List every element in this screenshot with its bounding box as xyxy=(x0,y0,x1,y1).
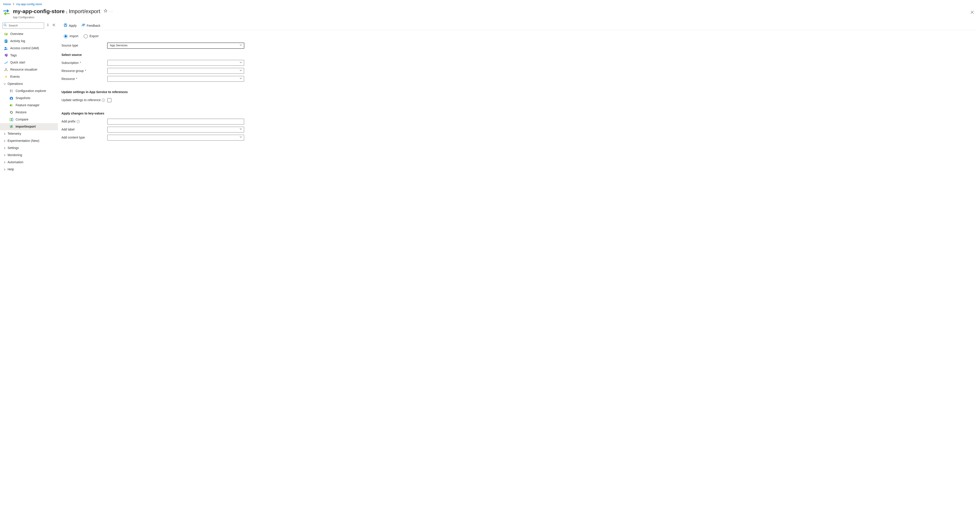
chevron-right-icon xyxy=(3,169,6,170)
feature-manager-icon xyxy=(10,103,13,107)
sidebar-item-label: Compare xyxy=(16,118,29,122)
subscription-select[interactable] xyxy=(107,60,244,66)
breadcrumb: Home my-app-config-store xyxy=(0,0,980,8)
breadcrumb-resource[interactable]: my-app-config-store xyxy=(16,2,42,6)
svg-point-19 xyxy=(10,91,11,92)
sidebar-item-compare[interactable]: Compare xyxy=(0,116,58,123)
sidebar-item-label: Feature manager xyxy=(16,103,40,108)
svg-rect-4 xyxy=(5,34,6,35)
apply-label: Apply xyxy=(69,24,76,28)
svg-rect-8 xyxy=(5,41,7,41)
sidebar-item-events[interactable]: Events xyxy=(0,73,58,80)
sidebar-item-restore[interactable]: Restore xyxy=(0,109,58,116)
sidebar-item-tags[interactable]: Tags xyxy=(0,52,58,59)
resource-group-select[interactable] xyxy=(107,68,244,74)
breadcrumb-home[interactable]: Home xyxy=(3,2,11,6)
search-icon xyxy=(3,23,7,28)
svg-line-1 xyxy=(6,25,7,26)
sidebar-item-label: Settings xyxy=(8,146,19,150)
svg-point-25 xyxy=(11,105,13,106)
svg-rect-18 xyxy=(11,90,13,91)
activity-log-icon xyxy=(4,40,8,43)
feedback-icon xyxy=(81,23,85,28)
import-radio[interactable]: Import xyxy=(64,34,78,38)
sidebar-group-settings[interactable]: Settings xyxy=(0,145,58,152)
sidebar-group-help[interactable]: Help xyxy=(0,166,58,173)
sidebar-item-label: Access control (IAM) xyxy=(10,46,39,51)
resource-title: my-app-config-store xyxy=(13,8,65,14)
sidebar-item-access-control[interactable]: Access control (IAM) xyxy=(0,45,58,52)
sidebar-item-quick-start[interactable]: Quick start xyxy=(0,59,58,66)
import-export-icon xyxy=(10,125,13,129)
svg-rect-9 xyxy=(5,41,6,42)
sort-icon[interactable] xyxy=(46,22,50,29)
add-content-type-select[interactable] xyxy=(107,135,244,140)
svg-point-14 xyxy=(6,68,6,69)
info-icon[interactable]: i xyxy=(76,120,80,123)
sidebar-group-operations[interactable]: Operations xyxy=(0,80,58,87)
configuration-explorer-icon xyxy=(10,89,13,93)
favorite-star-icon[interactable] xyxy=(104,9,107,14)
update-settings-heading: Update settings in App Service to refere… xyxy=(62,90,977,94)
page-title: Import/export xyxy=(69,8,100,14)
apply-button[interactable]: Apply xyxy=(64,23,76,28)
sidebar-search[interactable] xyxy=(2,22,44,29)
chevron-right-icon xyxy=(3,140,6,142)
toolbar: Apply Feedback xyxy=(62,22,977,30)
sidebar-item-label: Automation xyxy=(8,160,23,165)
source-type-select[interactable]: App Services xyxy=(107,43,244,49)
chevron-down-icon xyxy=(239,135,242,140)
sidebar-item-activity-log[interactable]: Activity log xyxy=(0,38,58,45)
svg-point-17 xyxy=(10,89,11,91)
source-type-value: App Services xyxy=(110,43,127,48)
feedback-button[interactable]: Feedback xyxy=(81,23,100,28)
svg-rect-29 xyxy=(65,24,66,25)
source-type-label: Source type xyxy=(62,43,107,48)
sidebar-item-label: Help xyxy=(8,167,14,172)
save-icon xyxy=(64,23,67,28)
sidebar-search-input[interactable] xyxy=(2,22,44,29)
chevron-down-icon xyxy=(239,61,242,65)
sidebar-item-label: Events xyxy=(10,75,20,79)
tags-icon xyxy=(4,54,8,57)
sidebar-item-label: Tags xyxy=(10,53,17,58)
sidebar: Overview Activity log Access control (IA… xyxy=(0,22,58,178)
close-blade-button[interactable] xyxy=(969,8,975,17)
sidebar-item-configuration-explorer[interactable]: Configuration explorer xyxy=(0,87,58,95)
radio-selected-icon xyxy=(64,34,68,38)
sidebar-item-resource-visualizer[interactable]: Resource visualizer xyxy=(0,66,58,73)
add-label-select[interactable] xyxy=(107,127,244,132)
svg-rect-20 xyxy=(11,92,13,92)
chevron-right-icon xyxy=(3,154,6,156)
add-prefix-label: Add prefix xyxy=(62,119,75,124)
svg-point-12 xyxy=(6,54,7,55)
sidebar-item-snapshots[interactable]: Snapshots xyxy=(0,95,58,102)
chevron-right-icon xyxy=(3,147,6,149)
update-settings-checkbox[interactable] xyxy=(107,98,111,102)
sidebar-item-import-export[interactable]: Import/export xyxy=(0,123,58,130)
sidebar-item-overview[interactable]: Overview xyxy=(0,30,58,38)
export-radio[interactable]: Export xyxy=(84,34,99,38)
add-prefix-input[interactable] xyxy=(107,119,244,124)
sidebar-group-experimentation[interactable]: Experimentation (New) xyxy=(0,137,58,145)
chevron-right-icon xyxy=(13,2,14,6)
more-actions-icon[interactable]: ··· xyxy=(110,10,113,13)
sidebar-group-telemetry[interactable]: Telemetry xyxy=(0,130,58,137)
restore-icon xyxy=(10,111,13,114)
events-icon xyxy=(4,75,8,79)
svg-point-5 xyxy=(7,34,7,35)
overview-icon xyxy=(4,32,8,36)
svg-rect-7 xyxy=(5,40,7,41)
sidebar-group-automation[interactable]: Automation xyxy=(0,159,58,166)
sidebar-item-label: Telemetry xyxy=(8,132,21,136)
radio-unselected-icon xyxy=(84,34,88,38)
required-indicator: * xyxy=(85,69,86,73)
feedback-label: Feedback xyxy=(87,24,100,28)
add-content-type-label: Add content type xyxy=(62,135,85,140)
collapse-sidebar-icon[interactable] xyxy=(52,22,56,28)
resource-select[interactable] xyxy=(107,76,244,82)
sidebar-item-feature-manager[interactable]: Feature manager xyxy=(0,102,58,109)
sidebar-group-monitoring[interactable]: Monitoring xyxy=(0,152,58,159)
required-indicator: * xyxy=(80,61,81,65)
info-icon[interactable]: i xyxy=(102,99,105,102)
